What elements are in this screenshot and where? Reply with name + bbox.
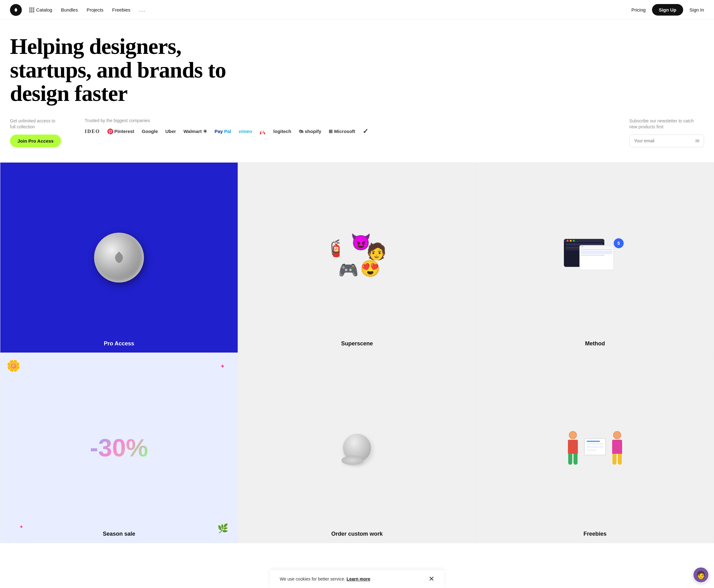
nav-catalog-link[interactable]: Catalog — [29, 7, 52, 13]
season-sale-label: Season sale — [0, 531, 238, 537]
person-2 — [612, 431, 622, 465]
nav-projects-link[interactable]: Projects — [87, 7, 103, 13]
signin-link[interactable]: Sign In — [689, 7, 704, 13]
screen-front — [580, 245, 614, 270]
logo[interactable] — [10, 4, 22, 16]
presentation-board — [584, 438, 606, 455]
logo-walmart: Walmart ✳ — [184, 129, 207, 134]
grid-item-freebies[interactable]: Freebies — [476, 353, 714, 544]
signup-button[interactable]: Sign Up — [652, 4, 684, 16]
grid-item-pro-access[interactable]: Pro Access — [0, 162, 238, 353]
pro-access-inner: Pro Access — [0, 163, 238, 353]
nav-bundles-link[interactable]: Bundles — [61, 7, 78, 13]
emoji-person: 🧑 — [366, 242, 386, 261]
grid-item-superscene[interactable]: 😈 🧯 🧑 🎮 😍 Superscene — [238, 162, 476, 353]
nav-links: Catalog Bundles Projects Freebies ... — [29, 6, 631, 13]
logo-adobe — [259, 128, 266, 134]
logo-nike: ✓ — [363, 127, 368, 135]
emoji-fire: 🧯 — [326, 239, 346, 258]
logo-logitech: logitech — [273, 129, 291, 134]
nav-more-button[interactable]: ... — [139, 6, 146, 13]
grid-icon — [29, 7, 34, 13]
newsletter-title: Subscribe our newsletter to catch new pr… — [629, 118, 698, 130]
email-input[interactable] — [634, 138, 693, 143]
logo-shopify: 🛍 shopify — [299, 129, 321, 134]
nav-freebies-link[interactable]: Freebies — [112, 7, 130, 13]
nav-actions: Pricing Sign Up Sign In — [631, 4, 704, 16]
grid-item-method[interactable]: 5 Method — [476, 162, 714, 353]
person-1 — [568, 431, 578, 465]
custom-work-inner: Order custom work — [238, 353, 476, 543]
newsletter-section: Subscribe our newsletter to catch new pr… — [629, 118, 704, 147]
cta-description: Get unlimited access to full collection — [10, 118, 60, 130]
pro-access-label: Pro Access — [0, 340, 238, 347]
freebies-inner: Freebies — [476, 353, 714, 543]
method-screens: 5 — [564, 236, 626, 279]
logo-paypal: PayPal — [215, 129, 231, 134]
superscene-background: 😈 🧯 🧑 🎮 😍 — [238, 163, 476, 353]
custom-work-label: Order custom work — [238, 531, 476, 537]
star-icon-2: ✦ — [19, 524, 24, 530]
trusted-logos: IDEO Pinterest Google Uber Walmart ✳ Pay… — [85, 127, 611, 135]
hero-section: Helping designers, startups, and brands … — [0, 20, 714, 160]
logo-pinterest-text: Pinterest — [114, 129, 134, 134]
person-1-legs — [568, 454, 578, 465]
hero-bottom: Get unlimited access to full collection … — [10, 118, 704, 147]
navigation: Catalog Bundles Projects Freebies ... Pr… — [0, 0, 714, 20]
mail-icon: ✉ — [695, 138, 699, 144]
badge-count: 5 — [614, 238, 624, 248]
hero-headline: Helping designers, startups, and brands … — [10, 35, 228, 106]
method-inner: 5 Method — [476, 163, 714, 353]
tube-container — [332, 427, 382, 468]
hero-cta: Get unlimited access to full collection … — [10, 118, 66, 147]
flower-icon-1: 🌼 — [6, 359, 21, 373]
pro-coin — [94, 233, 144, 282]
sale-text: -30% — [90, 435, 148, 460]
tube-base — [341, 456, 363, 465]
superscene-label: Superscene — [238, 340, 476, 347]
logo-google: Google — [142, 129, 158, 134]
emoji-heart-eyes: 😍 — [360, 259, 380, 278]
emoji-cluster: 😈 🧯 🧑 🎮 😍 — [326, 233, 388, 282]
logo-vimeo: vimeo — [239, 129, 252, 134]
star-icon-1: ✦ — [220, 362, 225, 370]
method-background: 5 — [476, 163, 714, 353]
catalog-grid: Pro Access 😈 🧯 🧑 🎮 😍 Superscene — [0, 162, 714, 543]
pricing-link[interactable]: Pricing — [631, 7, 646, 13]
superscene-inner: 😈 🧯 🧑 🎮 😍 Superscene — [238, 163, 476, 353]
catalog-label: Catalog — [36, 7, 52, 13]
newsletter-form: ✉ — [629, 134, 704, 147]
person-2-legs — [612, 454, 622, 465]
logo-uber: Uber — [165, 129, 176, 134]
logo-pinterest: Pinterest — [107, 129, 134, 134]
season-sale-background: 🌼 🌿 ✦ ✦ -30% — [0, 353, 238, 543]
pro-access-background — [0, 163, 238, 353]
join-pro-button[interactable]: Join Pro Access — [10, 134, 61, 147]
grid-item-season-sale[interactable]: 🌼 🌿 ✦ ✦ -30% Season sale — [0, 353, 238, 544]
trusted-section: Trusted by the biggest companies IDEO Pi… — [85, 118, 611, 135]
logo-microsoft: ⊞ Microsoft — [329, 129, 355, 134]
custom-work-background — [238, 353, 476, 543]
grid-item-custom-work[interactable]: Order custom work — [238, 353, 476, 544]
season-sale-inner: 🌼 🌿 ✦ ✦ -30% Season sale — [0, 353, 238, 543]
freebies-background — [476, 353, 714, 543]
freebies-illustration — [568, 431, 622, 465]
method-label: Method — [476, 340, 714, 347]
freebies-label: Freebies — [476, 531, 714, 537]
trusted-title: Trusted by the biggest companies — [85, 118, 611, 123]
logo-ideo: IDEO — [85, 129, 100, 134]
emoji-gamepad: 🎮 — [338, 261, 359, 280]
